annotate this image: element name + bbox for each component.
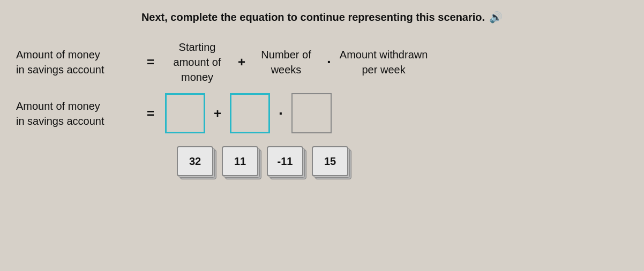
- left-label: Amount of money in savings account: [16, 47, 145, 77]
- equals-sign: =: [147, 55, 154, 70]
- input-equals-sign: =: [147, 106, 154, 121]
- input-plus-operator: +: [214, 106, 221, 121]
- answer-box-2[interactable]: [230, 93, 270, 133]
- page-title: Next, complete the equation to continue …: [141, 11, 485, 24]
- card-11[interactable]: 11: [222, 146, 260, 178]
- card-neg11-front[interactable]: -11: [267, 146, 303, 176]
- card-32-front[interactable]: 32: [177, 146, 213, 176]
- cards-row: 32 11 -11 15: [16, 146, 350, 178]
- multiply-dot: ·: [327, 54, 331, 71]
- term1: Starting amount of money: [165, 40, 229, 85]
- term3: Amount withdrawn per week: [340, 47, 428, 77]
- input-multiply-dot: ·: [279, 105, 283, 122]
- input-left-label: Amount of money in savings account: [16, 99, 145, 129]
- card-15[interactable]: 15: [312, 146, 350, 178]
- term2: Number of weeks: [254, 47, 318, 77]
- input-equation-row: Amount of money in savings account = + ·: [16, 93, 644, 133]
- card-neg11[interactable]: -11: [267, 146, 305, 178]
- equation-section: Amount of money in savings account = Sta…: [0, 40, 644, 178]
- card-32[interactable]: 32: [177, 146, 215, 178]
- answer-box-1[interactable]: [165, 93, 205, 133]
- speaker-icon[interactable]: 🔊: [489, 11, 503, 24]
- card-15-front[interactable]: 15: [312, 146, 348, 176]
- answer-box-3[interactable]: [291, 93, 332, 133]
- card-11-front[interactable]: 11: [222, 146, 258, 176]
- label-equation-row: Amount of money in savings account = Sta…: [16, 40, 644, 85]
- title-row: Next, complete the equation to continue …: [141, 11, 503, 24]
- plus-operator: +: [238, 55, 245, 70]
